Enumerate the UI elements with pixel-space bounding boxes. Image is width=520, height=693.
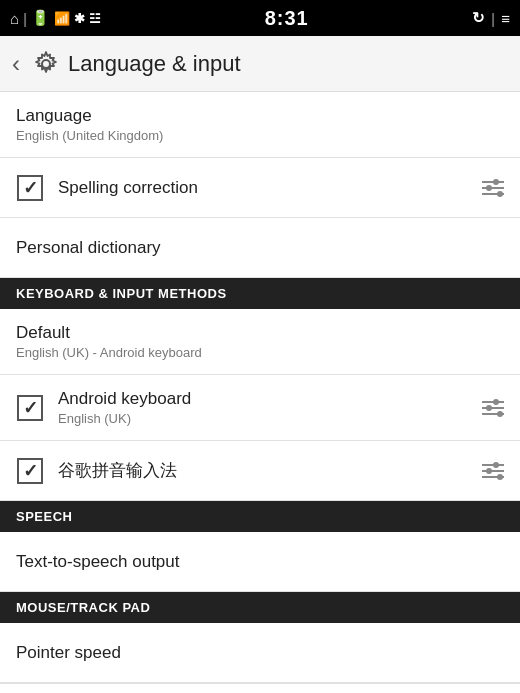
wifi-icon: 📶: [54, 11, 70, 26]
google-pinyin-checkbox[interactable]: [16, 457, 44, 485]
sliders-svg-2: [482, 401, 504, 415]
svg-point-0: [42, 60, 50, 68]
spelling-checkbox-box: [17, 175, 43, 201]
default-keyboard-title: Default: [16, 323, 504, 343]
android-keyboard-title: Android keyboard: [58, 389, 474, 409]
language-subtitle: English (United Kingdom): [16, 128, 504, 143]
divider2: |: [491, 10, 495, 27]
android-icon: ☳: [89, 11, 101, 26]
android-keyboard-checkbox-box: [17, 395, 43, 421]
status-bar-right: ↻ | ≡: [472, 9, 510, 27]
tts-item[interactable]: Text-to-speech output: [0, 532, 520, 592]
spelling-title: Spelling correction: [58, 178, 474, 198]
spelling-correction-item[interactable]: Spelling correction: [0, 158, 520, 218]
content-area: Language English (United Kingdom) Spelli…: [0, 92, 520, 693]
mouse-section-header: MOUSE/TRACK PAD: [0, 592, 520, 623]
google-pinyin-title: 谷歌拼音输入法: [58, 459, 474, 482]
tts-text: Text-to-speech output: [16, 552, 504, 572]
bottom-divider: [0, 683, 520, 684]
page-title: Language & input: [68, 51, 241, 77]
home-icon: ⌂: [10, 10, 19, 27]
gear-svg: [32, 50, 60, 78]
tts-title: Text-to-speech output: [16, 552, 504, 572]
status-bar-left: ⌂ | 🔋 📶 ✱ ☳: [10, 9, 101, 27]
keyboard-section-header: KEYBOARD & INPUT METHODS: [0, 278, 520, 309]
android-keyboard-subtitle: English (UK): [58, 411, 474, 426]
language-item[interactable]: Language English (United Kingdom): [0, 92, 520, 158]
android-keyboard-settings-icon[interactable]: [482, 401, 504, 415]
google-pinyin-settings-icon[interactable]: [482, 464, 504, 478]
sliders-svg-3: [482, 464, 504, 478]
bluetooth-icon: ✱: [74, 11, 85, 26]
settings-icon: [32, 50, 60, 78]
spelling-checkbox[interactable]: [16, 174, 44, 202]
personal-dictionary-item[interactable]: Personal dictionary: [0, 218, 520, 278]
android-keyboard-checkbox[interactable]: [16, 394, 44, 422]
speech-section-header: SPEECH: [0, 501, 520, 532]
personal-dictionary-title: Personal dictionary: [16, 238, 504, 258]
default-keyboard-text: Default English (UK) - Android keyboard: [16, 323, 504, 360]
default-keyboard-subtitle: English (UK) - Android keyboard: [16, 345, 504, 360]
google-pinyin-item[interactable]: 谷歌拼音输入法: [0, 441, 520, 501]
spelling-settings-icon[interactable]: [482, 181, 504, 195]
back-button[interactable]: ‹: [12, 50, 20, 78]
default-keyboard-item[interactable]: Default English (UK) - Android keyboard: [0, 309, 520, 375]
status-bar: ⌂ | 🔋 📶 ✱ ☳ 8:31 ↻ | ≡: [0, 0, 520, 36]
status-bar-time: 8:31: [265, 7, 309, 30]
android-keyboard-text: Android keyboard English (UK): [58, 389, 474, 426]
android-keyboard-item[interactable]: Android keyboard English (UK): [0, 375, 520, 441]
pointer-speed-title: Pointer speed: [16, 643, 504, 663]
title-bar: ‹ Language & input: [0, 36, 520, 92]
battery-icon: 🔋: [31, 9, 50, 27]
pointer-speed-item[interactable]: Pointer speed: [0, 623, 520, 683]
divider: |: [23, 10, 27, 27]
pointer-speed-text: Pointer speed: [16, 643, 504, 663]
personal-dictionary-text: Personal dictionary: [16, 238, 504, 258]
google-pinyin-text: 谷歌拼音输入法: [58, 459, 474, 482]
menu-icon: ≡: [501, 10, 510, 27]
google-pinyin-checkbox-box: [17, 458, 43, 484]
sliders-svg: [482, 181, 504, 195]
language-title: Language: [16, 106, 504, 126]
language-text: Language English (United Kingdom): [16, 106, 504, 143]
spelling-text: Spelling correction: [58, 178, 474, 198]
refresh-icon: ↻: [472, 9, 485, 27]
